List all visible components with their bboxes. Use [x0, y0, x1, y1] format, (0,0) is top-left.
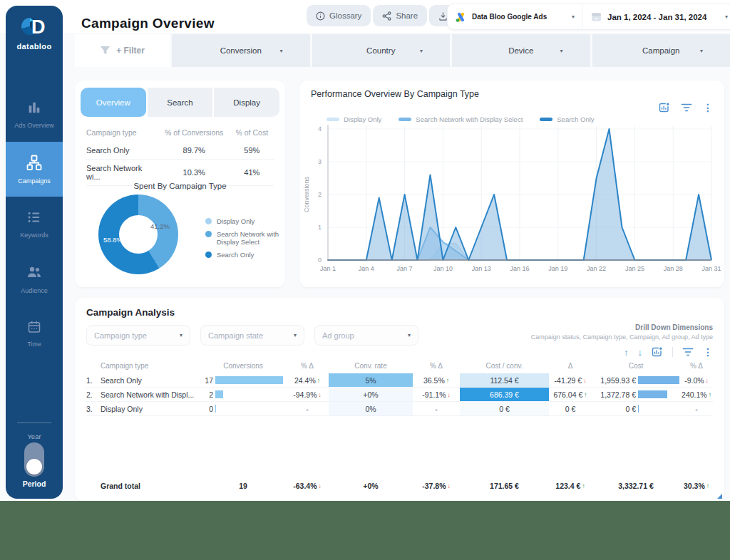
- tab-display[interactable]: Display: [214, 88, 279, 117]
- svg-text:Jan 4: Jan 4: [359, 265, 374, 272]
- data-bar: [638, 405, 639, 413]
- table-row[interactable]: 2.Search Network with Displ...2-94.9%↓+0…: [86, 388, 713, 402]
- chevron-down-icon: ▾: [572, 14, 575, 20]
- svg-text:3: 3: [318, 158, 322, 165]
- glossary-button[interactable]: Glossary: [307, 5, 371, 26]
- account-selector[interactable]: Data Bloo Google Ads ▾: [448, 4, 582, 29]
- sitemap-icon: [26, 154, 43, 172]
- sidebar-item-ads-overview[interactable]: Ads Overview: [6, 87, 63, 142]
- filter-dropdown-campaign[interactable]: Campaign▾: [592, 34, 730, 67]
- date-range-selector[interactable]: Jan 1, 2024 - Jan 31, 2024 ▾: [582, 4, 730, 29]
- drill-down-title: Drill Down Dimensions: [531, 323, 713, 331]
- data-bar: [215, 390, 223, 398]
- year-period-toggle[interactable]: [24, 442, 44, 477]
- donut-chart: [98, 195, 178, 274]
- tab-overview[interactable]: Overview: [81, 88, 146, 117]
- chevron-down-icon: ▾: [180, 332, 182, 338]
- chevron-down-icon: ▾: [725, 14, 728, 20]
- chevron-down-icon: ▾: [560, 48, 562, 54]
- donut-title: Spent By Campaign Type: [75, 182, 285, 190]
- svg-text:Conversions: Conversions: [303, 176, 310, 212]
- svg-text:Jan 28: Jan 28: [664, 265, 683, 272]
- cost-cell: 1,959.93 €: [592, 373, 680, 387]
- dropdown-campaign-state[interactable]: Campaign state▾: [200, 325, 304, 346]
- chevron-down-icon: ▾: [279, 48, 282, 54]
- share-button[interactable]: Share: [373, 5, 427, 26]
- sidebar-item-label: Keywords: [20, 232, 48, 239]
- more-vert-icon[interactable]: ⋮: [703, 348, 713, 356]
- pct-delta-cell: -63.4%↓: [286, 482, 329, 490]
- sidebar-item-campaigns[interactable]: Campaigns: [6, 142, 63, 197]
- legend-item: Search Only: [205, 251, 281, 259]
- cost-cell: 0 €: [592, 402, 680, 415]
- highlight-cell: 0 €: [460, 402, 549, 415]
- svg-text:Jan 31: Jan 31: [701, 265, 721, 272]
- sidebar-item-keywords[interactable]: Keywords: [6, 197, 63, 252]
- table-header-row: Campaign type% of Conversions% of Cost: [86, 126, 274, 142]
- svg-text:Jan 13: Jan 13: [472, 265, 491, 272]
- drill-down-subtitle: Campaign status, Campaign type, Campaign…: [531, 333, 713, 341]
- sidebar-item-label: Campaigns: [18, 177, 51, 185]
- pct-delta-cell: 36.5%↑: [413, 376, 460, 385]
- campaign-type-card: OverviewSearchDisplay Campaign type% of …: [75, 81, 285, 287]
- filter-icon[interactable]: [682, 347, 694, 357]
- table-row[interactable]: 3.Display Only0-0%-0 €0 €0 €-: [86, 402, 713, 416]
- filter-dropdown-country[interactable]: Country▾: [312, 34, 451, 67]
- donut-label-dark: 58.8%: [103, 236, 123, 244]
- pct-delta-cell: -94.9%↓: [286, 390, 329, 399]
- highlight-cell: 0%: [329, 402, 413, 415]
- pct-delta-cell: -41.29 €↓: [549, 376, 592, 385]
- svg-text:2: 2: [318, 191, 322, 198]
- conversions-cell: 2: [200, 388, 286, 401]
- highlight-cell: 112.54 €: [460, 373, 549, 387]
- pct-delta-cell: -: [680, 405, 713, 413]
- pct-delta-cell: -: [286, 405, 329, 413]
- pct-delta-cell: 123.4 €↑: [549, 482, 592, 490]
- cost-cell: 1,372.78 €: [592, 388, 680, 401]
- drill-down-block: Drill Down Dimensions Campaign status, C…: [531, 323, 713, 341]
- resize-corner[interactable]: [717, 494, 722, 499]
- databloo-logo-icon: D: [21, 14, 48, 41]
- pct-delta-cell: 0 €: [549, 405, 592, 413]
- info-icon: [316, 11, 325, 21]
- highlight-cell: 5%: [329, 373, 413, 387]
- highlight-cell: 686.39 €: [460, 388, 549, 401]
- campaign-analysis-card: Campaign Analysis Campaign type▾Campaign…: [75, 298, 724, 501]
- chevron-down-icon: ▾: [700, 48, 703, 54]
- pct-delta-cell: 240.1%↑: [680, 390, 713, 399]
- chart-add-icon[interactable]: [652, 346, 663, 358]
- pct-delta-cell: -: [413, 405, 460, 413]
- pct-delta-cell: -37.8%↓: [413, 482, 460, 490]
- sidebar-item-audience[interactable]: Audience: [6, 252, 63, 306]
- pct-delta-cell: 24.4%↑: [286, 376, 329, 385]
- filter-dropdown-conversion[interactable]: Conversion▾: [172, 34, 310, 67]
- divider: [672, 347, 673, 357]
- legend-item: Display Only: [205, 217, 281, 225]
- table-row[interactable]: 1.Search Only1724.4%↑5%36.5%↑112.54 €-41…: [86, 373, 713, 388]
- table-row[interactable]: Search Only89.7%59%: [86, 142, 274, 160]
- add-filter-button[interactable]: + Filter: [75, 34, 170, 67]
- analysis-card-actions: ↑ ↓ ⋮: [624, 346, 713, 358]
- sort-down-icon[interactable]: ↓: [638, 347, 643, 358]
- dropdown-ad-group[interactable]: Ad group▾: [314, 325, 418, 346]
- donut-legend: Display OnlySearch Network with Display …: [205, 217, 281, 259]
- data-bar: [215, 376, 283, 384]
- performance-card: Performance Overview By Campaign Type ⋮ …: [299, 81, 724, 287]
- svg-text:4: 4: [318, 125, 322, 133]
- filter-dropdown-device[interactable]: Device▾: [452, 34, 590, 67]
- analysis-table-body: 1.Search Only1724.4%↑5%36.5%↑112.54 €-41…: [86, 373, 713, 416]
- sidebar-item-time[interactable]: Time: [6, 306, 63, 361]
- dropdown-campaign-type[interactable]: Campaign type▾: [86, 325, 190, 346]
- toggle-year-label: Year: [6, 432, 63, 440]
- people-icon: [26, 264, 43, 282]
- list-icon: [26, 209, 42, 227]
- logo: D databloo: [6, 14, 63, 51]
- legend-dot: [205, 252, 212, 258]
- tab-search[interactable]: Search: [148, 88, 213, 117]
- toggle-period-label: Period: [6, 479, 63, 488]
- campaign-type-tabs: OverviewSearchDisplay: [81, 88, 279, 117]
- donut-label-light: 41.2%: [150, 222, 170, 230]
- sidebar-item-label: Ads Overview: [14, 122, 54, 129]
- sort-up-icon[interactable]: ↑: [624, 347, 629, 358]
- analysis-title: Campaign Analysis: [86, 307, 175, 318]
